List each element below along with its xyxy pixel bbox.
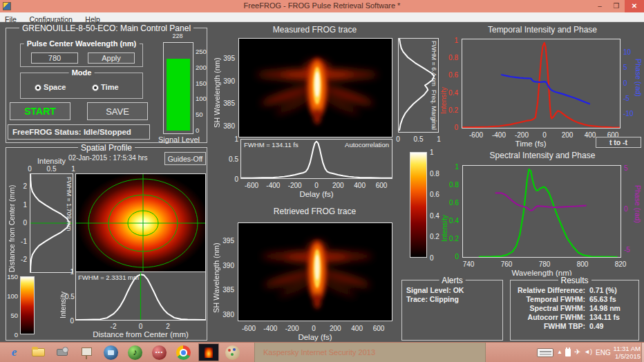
temporal-left-ticks: 10.80.60.40.20 xyxy=(446,40,458,127)
title-bar[interactable]: FreeFROG - FROG Pulse Retrieval Software… xyxy=(0,0,644,12)
apply-button[interactable]: Apply xyxy=(88,53,135,64)
freq-marginal-label: Freq. Marginal xyxy=(430,90,437,130)
result-value: 0.49 xyxy=(585,322,603,330)
media-player-icon[interactable] xyxy=(104,345,118,360)
maximize-button[interactable]: ❒ xyxy=(608,0,625,12)
result-value: 14.98 nm xyxy=(585,304,621,312)
chrome-icon[interactable] xyxy=(176,345,191,360)
autocorr-xlabel: Delay (fs) xyxy=(240,190,392,198)
media-red-icon[interactable]: ••• xyxy=(152,345,167,360)
easel-icon[interactable] xyxy=(79,345,94,360)
start-button[interactable]: START xyxy=(10,102,70,120)
spectral-title: Spectral Intensity and Phase xyxy=(453,151,632,160)
result-row: Spectral FWHM: 14.98 nm xyxy=(511,304,638,312)
radio-space-icon[interactable] xyxy=(35,84,41,91)
ie-icon[interactable]: e xyxy=(7,345,21,360)
status-text: FreeFROG Status: Idle/Stopped xyxy=(12,128,131,136)
signal-level-ticks: 250200150100500 xyxy=(196,51,208,130)
radio-time-icon[interactable] xyxy=(92,84,99,91)
menu-file[interactable]: File xyxy=(0,15,21,24)
spatial-vertical-plot: FWHM = 1.709 mm xyxy=(30,173,73,273)
retrieved-ylabel: SH Wavelength (nm) xyxy=(212,234,220,313)
temporal-title: Temporal Intensity and Phase xyxy=(453,25,632,35)
alert-signal-level: Signal Level: OK xyxy=(406,286,464,294)
spectral-int-label: Intensity xyxy=(440,187,448,242)
kaspersky-taskbar-button[interactable]: Kaspersky Internet Security 2013 xyxy=(254,343,486,362)
beam-art xyxy=(76,174,205,272)
radio-space-label: Space xyxy=(44,83,66,91)
freefrog-taskbar-icon[interactable] xyxy=(198,343,219,361)
results-panel: Results Relative Difference: 0.71 (%) Te… xyxy=(510,280,639,341)
taskbar: e ♪ ••• Kaspersky In xyxy=(0,342,644,362)
control-panel-title: GRENOUILLE-8-50-ECO: Main Control Panel xyxy=(19,23,193,33)
measured-title: Measured FROG trace xyxy=(230,25,399,35)
wavelength-group-title: Pulse Center Wavelength (nm) xyxy=(24,39,140,48)
spectral-chart xyxy=(463,166,621,257)
explorer-icon[interactable] xyxy=(31,345,46,360)
music-icon[interactable]: ♪ xyxy=(128,345,142,360)
airplane-mode-icon[interactable]: ✈ xyxy=(574,347,580,356)
result-row: Autocorr FWHM: 134.11 fs xyxy=(511,313,638,321)
result-label: FWHM TBP: xyxy=(511,322,585,330)
result-label: Spectral FWHM: xyxy=(511,304,585,312)
spatial-vertical-yticks: 210-1-2 xyxy=(17,186,27,259)
autocorr-label: Autocorrelation xyxy=(345,141,389,149)
retrieved-trace-image xyxy=(238,222,392,321)
alert-trace: Trace: Clipping xyxy=(406,295,459,303)
show-desktop-button[interactable] xyxy=(641,343,644,362)
spatial-profile-panel: Spatial Profile 02-Jan-2015 : 17:5:34 hr… xyxy=(6,147,207,341)
freq-marginal-fwhm: FWHM = 6.4 nm xyxy=(430,41,437,86)
radio-time-label: Time xyxy=(101,83,118,91)
paint-palette-icon[interactable] xyxy=(225,345,240,360)
wavelength-input[interactable]: 780 xyxy=(31,53,78,64)
signal-value: 228 xyxy=(160,32,196,39)
tray-expand-icon[interactable]: ▲ xyxy=(557,349,562,355)
mode-group: Mode Space Time xyxy=(20,73,143,99)
measured-ylabel: SH Wavelength (nm) xyxy=(213,48,221,128)
trace-colorbar xyxy=(410,152,427,258)
autocorrelation-plot: FWHM = 134.11 fs Autocorrelation xyxy=(240,139,392,179)
language-indicator[interactable]: ENG xyxy=(596,349,611,356)
radio-time[interactable]: Time xyxy=(92,83,119,91)
close-button[interactable]: ✕ xyxy=(625,0,644,12)
clock-date: 1/5/2015 xyxy=(611,352,641,360)
save-button[interactable]: SAVE xyxy=(87,102,148,120)
clock[interactable]: 11:31 AM 1/5/2015 xyxy=(611,345,641,360)
menu-configuration[interactable]: Configuration xyxy=(24,15,77,24)
signal-level-fill xyxy=(167,59,190,131)
spatial-left-axis-title: Intensity xyxy=(30,157,73,165)
mode-group-title: Mode xyxy=(69,68,95,77)
power-icon[interactable] xyxy=(565,349,571,356)
spatial-vertical-ylabel: Distance from Center (mm) xyxy=(8,175,16,272)
minimize-button[interactable]: – xyxy=(591,0,608,12)
main-control-panel: GRENOUILLE-8-50-ECO: Main Control Panel … xyxy=(6,28,207,143)
window-title: FreeFROG - FROG Pulse Retrieval Software… xyxy=(0,1,644,10)
retrieved-trace-art xyxy=(238,223,392,321)
alerts-panel: Alerts Signal Level: OK Trace: Clipping xyxy=(401,280,503,341)
temporal-phase-label: Phase (rad) xyxy=(634,59,643,114)
signal-level-label: Signal Level xyxy=(151,135,207,144)
temporal-plot xyxy=(462,39,621,128)
autocorr-yticks: 10.50 xyxy=(229,139,238,179)
spatial-colorbar xyxy=(20,276,35,334)
touch-keyboard-icon[interactable] xyxy=(537,348,553,357)
autocorr-fwhm: FWHM = 134.11 fs xyxy=(244,141,299,149)
t-to-minus-t-button[interactable]: t to -t xyxy=(596,137,641,148)
freq-marginal-plot: FWHM = 6.4 nm Freq. Marginal xyxy=(398,38,439,133)
radio-space[interactable]: Space xyxy=(35,83,66,91)
result-label: Temporal FWHM: xyxy=(511,295,585,303)
menu-bar: File Configuration Help xyxy=(0,12,644,22)
guides-off-button[interactable]: Guides-Off xyxy=(164,152,206,165)
wavelength-group: Pulse Center Wavelength (nm) 780 Apply xyxy=(20,44,143,67)
freefrog-window: FreeFROG - FROG Pulse Retrieval Software… xyxy=(0,0,644,362)
result-row: Relative Difference: 0.71 (%) xyxy=(511,286,638,294)
menu-help[interactable]: Help xyxy=(80,15,105,24)
spatial-horizontal-xlabel: Distance from Center (mm) xyxy=(75,330,206,339)
devices-icon[interactable] xyxy=(55,345,70,360)
clock-time: 11:31 AM xyxy=(611,345,641,352)
result-label: Autocorr FWHM: xyxy=(511,313,585,321)
spatial-colorbar-ticks: 150100500 xyxy=(6,276,18,334)
spectral-right-ticks: 50-5 xyxy=(624,168,634,249)
retrieved-title: Retrieved FROG trace xyxy=(230,207,399,216)
volume-icon[interactable]: ◄) xyxy=(584,348,592,355)
